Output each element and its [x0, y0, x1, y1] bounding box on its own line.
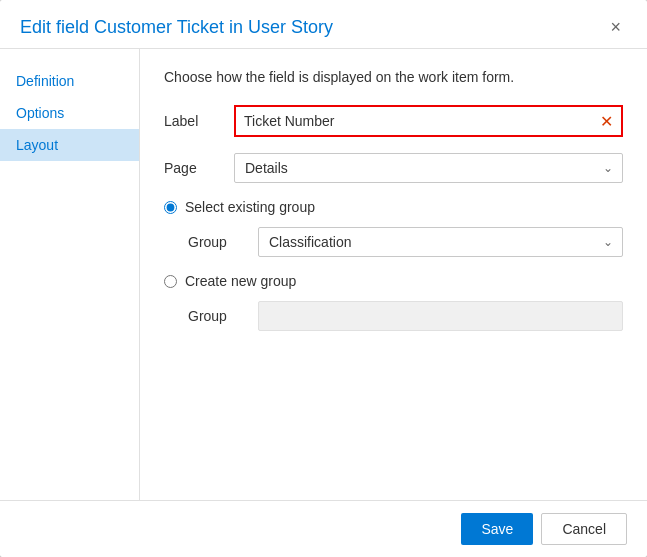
radio-group: Select existing group Group Classificati…: [164, 199, 623, 331]
label-input-wrapper: ✕: [234, 105, 623, 137]
new-group-row: Group: [188, 301, 623, 331]
dialog-header: Edit field Customer Ticket in User Story…: [0, 0, 647, 49]
sidebar: Definition Options Layout: [0, 49, 140, 500]
sidebar-item-options[interactable]: Options: [0, 97, 139, 129]
page-field-label: Page: [164, 160, 234, 176]
group-select[interactable]: Classification: [258, 227, 623, 257]
create-new-group-row: Create new group: [164, 273, 623, 289]
main-content: Choose how the field is displayed on the…: [140, 49, 647, 500]
label-field-label: Label: [164, 113, 234, 129]
save-button[interactable]: Save: [461, 513, 533, 545]
group-select-wrapper: Classification ⌄: [258, 227, 623, 257]
page-select[interactable]: Details: [234, 153, 623, 183]
create-new-label[interactable]: Create new group: [185, 273, 296, 289]
dialog-body: Definition Options Layout Choose how the…: [0, 49, 647, 500]
new-group-field-label: Group: [188, 308, 258, 324]
select-existing-radio[interactable]: [164, 201, 177, 214]
sidebar-item-definition[interactable]: Definition: [0, 65, 139, 97]
label-row: Label ✕: [164, 105, 623, 137]
dialog-footer: Save Cancel: [0, 500, 647, 557]
create-new-radio[interactable]: [164, 275, 177, 288]
group-field-label: Group: [188, 234, 258, 250]
page-select-wrapper: Details ⌄: [234, 153, 623, 183]
new-group-input: [258, 301, 623, 331]
select-existing-group-row: Select existing group: [164, 199, 623, 215]
page-row: Page Details ⌄: [164, 153, 623, 183]
dialog-title: Edit field Customer Ticket in User Story: [20, 17, 333, 38]
select-existing-label[interactable]: Select existing group: [185, 199, 315, 215]
description-text: Choose how the field is displayed on the…: [164, 69, 623, 85]
label-input[interactable]: [236, 107, 592, 135]
close-button[interactable]: ×: [604, 16, 627, 38]
sidebar-item-layout[interactable]: Layout: [0, 129, 139, 161]
cancel-button[interactable]: Cancel: [541, 513, 627, 545]
clear-label-button[interactable]: ✕: [592, 108, 621, 135]
group-row: Group Classification ⌄: [188, 227, 623, 257]
edit-field-dialog: Edit field Customer Ticket in User Story…: [0, 0, 647, 557]
